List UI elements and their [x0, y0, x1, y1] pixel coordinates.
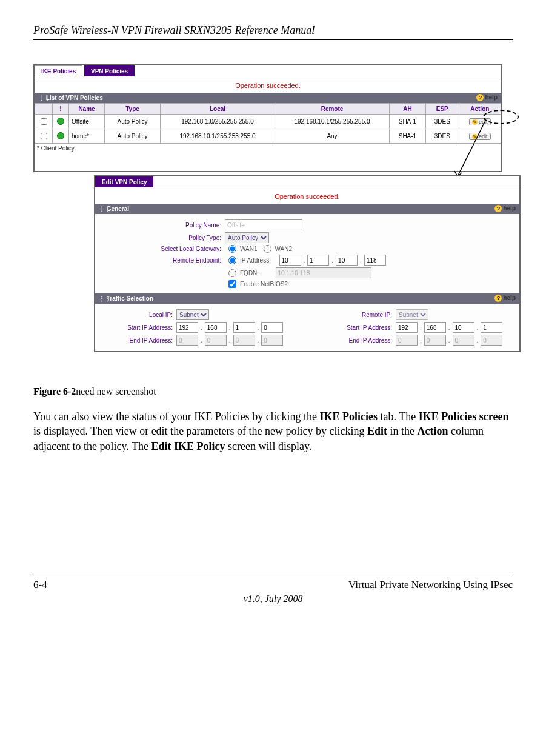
col-remote: Remote [275, 104, 390, 115]
help-icon: ? [494, 205, 502, 212]
cell-name: Offsite [69, 115, 105, 129]
enable-netbios-checkbox[interactable] [228, 280, 236, 288]
cell-type: Auto Policy [105, 115, 161, 129]
endpoint-ip-radio[interactable] [228, 256, 236, 264]
table-row: home* Auto Policy 192.168.10.1/255.255.2… [35, 129, 501, 144]
local-start-ip-2[interactable] [205, 322, 227, 333]
figure-note: need new screenshot [76, 386, 156, 396]
local-column: Local IP: Subnet Start IP Address: . . . [100, 307, 295, 347]
tab-vpn-policies[interactable]: VPN Policies [84, 65, 135, 76]
cell-ah: SHA-1 [390, 115, 426, 129]
body-text-1: You can also view the status of your IKE… [33, 410, 320, 423]
cell-local: 192.168.1.0/255.255.255.0 [161, 115, 275, 129]
footer-rule [33, 575, 513, 575]
remote-column: Remote IP: Subnet Start IP Address: . . … [319, 307, 514, 347]
ip-octet-2[interactable] [307, 255, 329, 266]
local-end-ip-3 [233, 335, 255, 346]
label-policy-type: Policy Type: [100, 235, 225, 241]
grip-icon: ⋮⋮ [99, 206, 105, 212]
body-paragraph: You can also view the status of your IKE… [33, 409, 513, 453]
tab-edit-vpn-policy[interactable]: Edit VPN Policy [95, 176, 153, 187]
row-select-checkbox[interactable] [41, 118, 47, 125]
label-local-end-ip: End IP Address: [100, 337, 176, 344]
body-text-3: is displayed. Then view or edit the para… [33, 425, 367, 437]
general-form: Policy Name: Policy Type: Auto Policy Se… [95, 214, 519, 293]
edit-label: edit [479, 119, 488, 125]
remote-start-ip-1[interactable] [396, 322, 418, 333]
label-remote-endpoint: Remote Endpoint: [100, 257, 225, 264]
policy-type-select[interactable]: Auto Policy [225, 232, 269, 243]
remote-end-ip-3 [453, 335, 474, 346]
body-bold-4: Action [418, 425, 448, 437]
figure-caption: Figure 6-2need new screenshot [33, 386, 513, 397]
vpn-policies-panel: IKE Policies VPN Policies Operation succ… [33, 64, 502, 172]
remote-start-ip-2[interactable] [424, 322, 446, 333]
ip-octet-3[interactable] [336, 255, 358, 266]
label-select-gateway: Select Local Gateway: [100, 246, 225, 252]
table-row: Offsite Auto Policy 192.168.1.0/255.255.… [35, 115, 501, 129]
cell-type: Auto Policy [105, 129, 161, 144]
col-name: Name [69, 104, 105, 115]
local-end-ip-1 [176, 335, 198, 346]
ip-octet-4[interactable] [364, 255, 386, 266]
traffic-section-bar: ⋮⋮ Traffic Selection ?help [95, 293, 519, 304]
doc-header: ProSafe Wireless-N VPN Firewall SRXN3205… [33, 24, 513, 37]
remote-start-ip-4[interactable] [481, 322, 502, 333]
local-start-ip-1[interactable] [176, 322, 198, 333]
local-start-ip-3[interactable] [233, 322, 255, 333]
traffic-title: Traffic Selection [107, 295, 153, 302]
wan2-label: WAN2 [275, 246, 293, 252]
grip-icon: ⋮⋮ [99, 295, 105, 302]
local-ip-select[interactable]: Subnet [176, 309, 209, 320]
wan1-radio[interactable] [228, 245, 236, 253]
local-end-ip-4 [261, 335, 283, 346]
help-link[interactable]: ?help [494, 295, 516, 302]
edit-label: edit [479, 133, 488, 139]
netbios-label: Enable NetBIOS? [240, 281, 288, 287]
col-esp: ESP [425, 104, 459, 115]
footer-section-title: Virtual Private Networking Using IPsec [348, 579, 513, 591]
edit-button[interactable]: ✎edit [469, 118, 491, 125]
help-link[interactable]: ?help [476, 94, 498, 101]
policy-name-input[interactable] [225, 219, 302, 230]
table-header-row: ! Name Type Local Remote AH ESP Action [35, 104, 501, 115]
remote-end-ip-2 [424, 335, 446, 346]
col-ah: AH [390, 104, 426, 115]
remote-end-ip-4 [481, 335, 502, 346]
help-text: help [503, 295, 516, 301]
vpn-policies-table: ! Name Type Local Remote AH ESP Action O… [35, 103, 501, 144]
edit-button[interactable]: ✎edit [469, 133, 491, 140]
tab-strip: IKE Policies VPN Policies [35, 65, 501, 78]
row-select-checkbox[interactable] [41, 133, 47, 139]
header-rule [33, 39, 513, 40]
body-bold-1: IKE Policies [320, 410, 378, 423]
ip-octet-1[interactable] [279, 255, 301, 266]
label-remote-start-ip: Start IP Address: [319, 324, 396, 331]
cell-ah: SHA-1 [390, 129, 426, 144]
body-bold-2: IKE Policies screen [419, 410, 509, 423]
footer-page-number: 6-4 [33, 579, 47, 591]
help-link[interactable]: ?help [494, 205, 516, 212]
status-dot-icon [57, 132, 64, 139]
col-local: Local [161, 104, 275, 115]
help-icon: ? [494, 295, 502, 302]
footer-version: v1.0, July 2008 [33, 594, 513, 604]
body-bold-5: Edit IKE Policy [151, 440, 225, 452]
tab-ike-policies[interactable]: IKE Policies [35, 65, 82, 76]
local-start-ip-4[interactable] [261, 322, 283, 333]
cell-remote: Any [275, 129, 390, 144]
tab-strip: Edit VPN Policy [95, 176, 519, 189]
label-policy-name: Policy Name: [100, 222, 225, 229]
status-message: Operation succeeded. [35, 78, 501, 93]
status-dot-icon [57, 118, 64, 125]
fqdn-label: FQDN: [240, 270, 259, 276]
help-icon: ? [476, 94, 484, 101]
endpoint-fqdn-radio[interactable] [228, 269, 236, 277]
body-text-4: in the [387, 425, 418, 437]
wan2-radio[interactable] [264, 245, 271, 253]
remote-start-ip-3[interactable] [453, 322, 474, 333]
edit-vpn-policy-panel: Edit VPN Policy Operation succeeded. ⋮⋮ … [94, 175, 521, 352]
col-status: ! [53, 104, 69, 115]
label-local-start-ip: Start IP Address: [100, 324, 176, 331]
cell-esp: 3DES [425, 115, 459, 129]
